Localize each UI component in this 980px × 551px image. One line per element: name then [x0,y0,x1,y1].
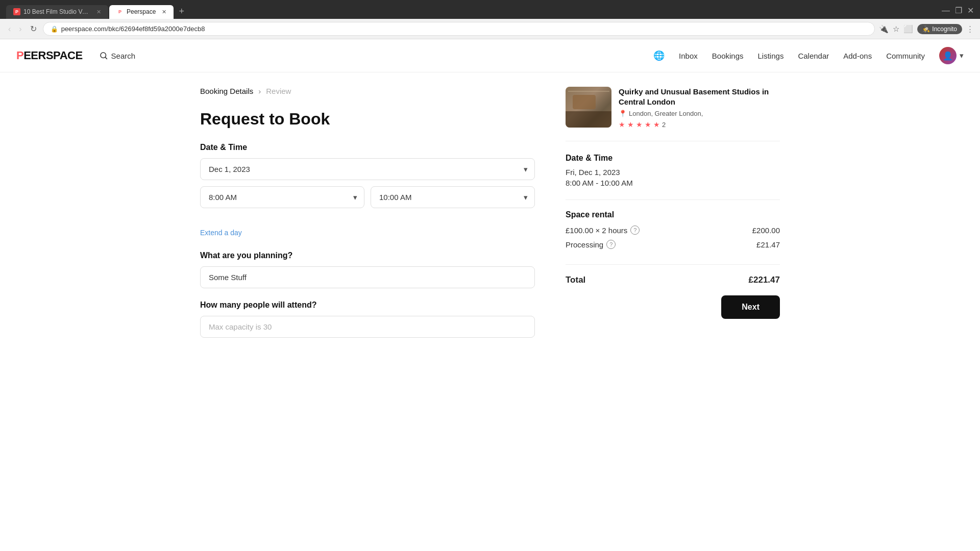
venue-card: Quirky and Unusual Basement Studios in C… [566,87,780,141]
date-time-group: Date & Time Dec 1, 2023 Dec 2, 2023 ▾ 8:… [200,143,535,214]
planning-label: What are you planning? [200,251,535,260]
location-pin-icon: 📍 [619,110,627,117]
extensions-icon[interactable]: 🔌 [879,24,889,34]
processing-label: Processing [566,240,603,249]
summary-time: 8:00 AM - 10:00 AM [566,179,780,187]
browser-tabs: P 10 Best Film Studio Venues - Lo... ✕ P… [6,4,188,19]
start-time-select[interactable]: 8:00 AM 9:00 AM [200,186,364,208]
site-nav: PEERSPACE Search 🌐 Inbox Bookings Listin… [0,39,980,72]
venue-image [566,87,611,128]
processing-info-icon[interactable]: ? [606,240,616,249]
search-label: Search [111,52,136,60]
date-select[interactable]: Dec 1, 2023 Dec 2, 2023 [200,158,535,180]
star3-icon: ★ [636,120,643,129]
venue-info: Quirky and Unusual Basement Studios in C… [619,87,780,129]
rate-label-group: £100.00 × 2 hours ? [566,226,640,235]
star5-icon: ★ [653,120,660,129]
booking-summary: Date & Time Fri, Dec 1, 2023 8:00 AM - 1… [566,154,780,200]
incognito-label: Incognito [932,26,957,33]
rate-row: £100.00 × 2 hours ? £200.00 [566,226,780,235]
breadcrumb-step2: Review [266,87,291,95]
total-row: Total £221.47 [566,275,780,285]
venue-location: 📍 London, Greater London, [619,110,780,117]
browser-tab-2[interactable]: P Peerspace ✕ [109,5,174,19]
menu-button[interactable]: ⋮ [966,24,974,34]
profile-icon[interactable]: ⬜ [903,24,913,34]
back-button[interactable]: ‹ [6,23,13,35]
attendees-input[interactable] [200,316,535,338]
pricing-section: Space rental £100.00 × 2 hours ? £200.00… [566,210,780,265]
nav-calendar[interactable]: Calendar [798,52,829,60]
breadcrumb-step1: Booking Details [200,87,253,95]
tab2-favicon: P [116,8,124,15]
planning-input[interactable] [200,266,535,288]
forward-button[interactable]: › [17,23,23,35]
nav-user[interactable]: 👤 ▾ [939,47,964,64]
incognito-icon: 🕵 [922,26,930,33]
address-bar[interactable]: 🔒 peerspace.com/bkc/62694ef8fd59a2000e7d… [43,22,875,36]
window-minimize[interactable]: — [942,6,950,15]
date-time-label: Date & Time [200,143,535,152]
star2-icon: ★ [627,120,634,129]
search-nav[interactable]: Search [99,51,136,60]
attendees-label: How many people will attend? [200,300,535,310]
browser-toolbar: ‹ › ↻ 🔒 peerspace.com/bkc/62694ef8fd59a2… [0,19,980,39]
tab1-close[interactable]: ✕ [96,9,101,15]
logo[interactable]: PEERSPACE [16,49,83,62]
tab1-title: 10 Best Film Studio Venues - Lo... [23,8,90,15]
right-column: Quirky and Unusual Basement Studios in C… [566,87,780,350]
star1-icon: ★ [619,120,625,129]
processing-value: £21.47 [756,240,780,249]
nav-listings[interactable]: Listings [758,52,784,60]
time-row: 8:00 AM 9:00 AM ▾ 10:00 AM 11:00 AM ▾ [200,186,535,214]
user-avatar: 👤 [939,47,957,64]
browser-chrome: P 10 Best Film Studio Venues - Lo... ✕ P… [0,0,980,19]
window-maximize[interactable]: ❐ [955,6,962,15]
summary-date-time-label: Date & Time [566,154,780,163]
summary-date: Fri, Dec 1, 2023 [566,168,780,177]
end-time-select[interactable]: 10:00 AM 11:00 AM [371,186,535,208]
rate-info-icon[interactable]: ? [630,226,640,235]
lock-icon: 🔒 [51,26,58,33]
browser-actions: 🔌 ☆ ⬜ 🕵 Incognito ⋮ [879,24,974,34]
nav-addons[interactable]: Add-ons [843,52,872,60]
globe-icon[interactable]: 🌐 [653,50,665,61]
next-button[interactable]: Next [721,295,780,319]
nav-community[interactable]: Community [886,52,925,60]
nav-inbox[interactable]: Inbox [679,52,698,60]
review-count: 2 [662,121,666,129]
breadcrumb: Booking Details › Review [200,87,535,95]
attendees-group: How many people will attend? [200,300,535,338]
total-value: £221.47 [749,275,780,285]
tab2-close[interactable]: ✕ [162,9,166,15]
planning-group: What are you planning? [200,251,535,288]
page-content: Booking Details › Review Request to Book… [184,72,796,364]
bookmark-icon[interactable]: ☆ [893,24,899,34]
processing-label-group: Processing ? [566,240,616,249]
tab1-favicon: P [13,8,20,15]
tab2-title: Peerspace [127,8,156,15]
venue-location-text: London, Greater London, [629,110,703,117]
left-column: Booking Details › Review Request to Book… [200,87,535,350]
window-close[interactable]: ✕ [967,6,974,15]
incognito-button[interactable]: 🕵 Incognito [917,24,962,34]
nav-bookings[interactable]: Bookings [712,52,744,60]
venue-stars: ★ ★ ★ ★ ★ 2 [619,120,780,129]
start-time-wrapper: 8:00 AM 9:00 AM ▾ [200,186,364,208]
rate-value: £200.00 [752,226,780,235]
page-title: Request to Book [200,110,535,129]
search-icon [99,51,108,60]
extend-day-link[interactable]: Extend a day [200,229,242,237]
reload-button[interactable]: ↻ [28,23,39,35]
end-time-wrapper: 10:00 AM 11:00 AM ▾ [371,186,535,208]
logo-text: EERSPACE [23,49,82,62]
browser-tab-1[interactable]: P 10 Best Film Studio Venues - Lo... ✕ [6,5,108,19]
rate-label: £100.00 × 2 hours [566,226,627,235]
processing-row: Processing ? £21.47 [566,240,780,249]
breadcrumb-chevron: › [258,87,261,95]
venue-name: Quirky and Unusual Basement Studios in C… [619,87,780,107]
total-label: Total [566,275,585,285]
logo-p: P [16,49,23,62]
url-text: peerspace.com/bkc/62694ef8fd59a2000e7dec… [61,25,205,33]
new-tab-button[interactable]: + [175,4,188,19]
